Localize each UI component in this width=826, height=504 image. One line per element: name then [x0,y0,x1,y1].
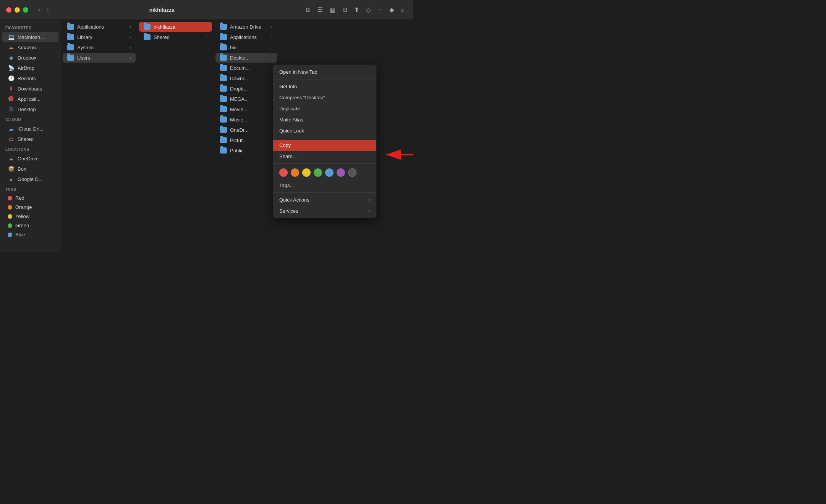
locations-label: Locations [0,144,61,153]
sidebar-item-macintosh[interactable]: 💻 Macintosh... [2,32,58,42]
sidebar-item-label: Desktop [18,107,36,112]
folder-icon [220,34,227,40]
more-icon[interactable]: ··· [375,5,385,15]
sidebar-item-label: AirDrop [18,65,34,71]
chevron-right-icon: › [130,25,131,29]
col1-library-label: Library [77,34,92,40]
sidebar-item-google-drive[interactable]: ▲ Google D... [2,174,58,184]
col3-label: Public [230,148,243,153]
col3-label: Music... [230,117,247,123]
chevron-right-icon: › [130,56,131,60]
tags-label: Tags [0,184,61,193]
col3-label: Pictur... [230,137,246,143]
box-icon: 📦 [8,165,15,172]
sidebar-item-downloads[interactable]: ⬇ Downloads [2,84,58,94]
tag-purple-circle[interactable] [337,168,345,177]
sidebar-item-onedrive[interactable]: ☁ OneDrive [2,153,58,163]
view-list-icon[interactable]: ☰ [315,5,325,15]
col3-applications[interactable]: Applications › [215,32,277,42]
view-grid-icon[interactable]: ⊞ [303,5,313,15]
sidebar-item-label: Orange [15,204,32,210]
search-icon[interactable]: ⌕ [398,5,407,15]
sidebar-item-label: Recents [18,76,36,81]
sidebar-item-tag-yellow[interactable]: Yellow [2,212,58,221]
col3-mega[interactable]: MEGA... [215,94,277,104]
sidebar-item-box[interactable]: 📦 Box [2,164,58,174]
col1-system[interactable]: System › [63,42,136,52]
menu-item-label: Duplicate [279,106,300,111]
col3-public[interactable]: Public [215,145,277,155]
menu-services[interactable]: Services › [273,205,376,216]
tag-orange-circle[interactable] [291,168,299,177]
menu-duplicate[interactable]: Duplicate [273,103,376,114]
desktop-icon: 🖥 [8,106,15,113]
close-button[interactable] [6,7,11,13]
tag-green-circle[interactable] [314,168,322,177]
sidebar-item-tag-orange[interactable]: Orange [2,203,58,212]
col1-library[interactable]: Library › [63,32,136,42]
dropbox-icon[interactable]: ◆ [387,5,396,15]
view-column-icon[interactable]: ▦ [327,5,338,15]
folder-icon [144,34,151,40]
icloud-label: iCloud [0,115,61,123]
menu-get-info[interactable]: Get Info [273,81,376,92]
col1-applications[interactable]: Applications › [63,22,136,32]
sidebar-item-shared[interactable]: 🗂 Shared [2,134,58,144]
tag-gray-circle[interactable] [348,168,356,177]
sidebar-item-amazon[interactable]: ☁ Amazon... [2,42,58,52]
menu-item-label: Copy [279,142,291,148]
menu-quick-actions[interactable]: Quick Actions › [273,194,376,205]
view-gallery-icon[interactable]: ⊟ [340,5,350,15]
sidebar-item-desktop[interactable]: 🖥 Desktop [2,104,58,114]
sidebar-item-tag-blue[interactable]: Blue [2,230,58,239]
sidebar-item-icloud-drive[interactable]: ☁ iCloud Dri... [2,124,58,134]
sidebar-item-label: Macintosh... [18,34,44,40]
menu-quick-look[interactable]: Quick Look [273,125,376,136]
sidebar-item-airdrop[interactable]: 📡 AirDrop [2,63,58,73]
menu-copy[interactable]: Copy [273,140,376,151]
col2-shared-label: Shared [154,34,170,40]
col3-label: Dropb... [230,86,248,92]
tag-icon[interactable]: ◇ [364,5,373,15]
sidebar-item-tag-green[interactable]: Green [2,221,58,230]
col3-bin[interactable]: bin › [215,42,277,52]
sidebar-item-recents[interactable]: 🕐 Recents [2,73,58,83]
main-area: Favourites 💻 Macintosh... ☁ Amazon... ◆ … [0,20,413,252]
tag-orange-dot [8,205,12,210]
red-arrow-indicator [382,145,413,166]
share-icon[interactable]: ⬆ [352,5,361,15]
col3-music[interactable]: Music... [215,115,277,124]
downloads-icon: ⬇ [8,85,15,92]
col1-users[interactable]: Users › [63,53,136,63]
menu-make-alias[interactable]: Make Alias [273,114,376,125]
tag-yellow-circle[interactable] [302,168,311,177]
col3-pictures[interactable]: Pictur... [215,135,277,145]
col3-downloads[interactable]: Downl... [215,73,277,83]
sidebar-item-label: Downloads [18,86,42,92]
menu-item-label: Quick Look [279,128,304,134]
sidebar-item-tag-red[interactable]: Red [2,194,58,202]
menu-compress[interactable]: Compress "Desktop" [273,92,376,103]
col3-movies[interactable]: Movie... [215,104,277,114]
sidebar-item-dropbox[interactable]: ◆ Dropbox [2,53,58,63]
col3-amazon-drive[interactable]: Amazon Drive › [215,22,277,32]
chevron-right-icon: › [271,45,272,50]
menu-item-label: Open in New Tab [279,69,317,75]
folder-icon [220,65,227,71]
col3-onedrive[interactable]: OneDr... [215,125,277,135]
icloud-icon: ☁ [8,125,15,132]
menu-share[interactable]: Share... [273,151,376,162]
col3-label: MEGA... [230,96,249,102]
col3-documents[interactable]: Docum... [215,63,277,73]
menu-tags[interactable]: Tags... [273,180,376,191]
col2-shared[interactable]: Shared › [139,32,212,42]
tag-blue-circle[interactable] [325,168,334,177]
col2-nikhilazza[interactable]: nikhilazza › [139,22,212,32]
minimize-button[interactable] [15,7,20,13]
menu-open-new-tab[interactable]: Open in New Tab [273,66,376,78]
tag-red-circle[interactable] [279,168,288,177]
sidebar-item-applications[interactable]: 🅐 Applicati... [2,94,58,104]
shared-icon: 🗂 [8,136,15,142]
col3-desktop[interactable]: Deskto... [215,53,277,63]
col3-dropbox[interactable]: Dropb... [215,84,277,94]
